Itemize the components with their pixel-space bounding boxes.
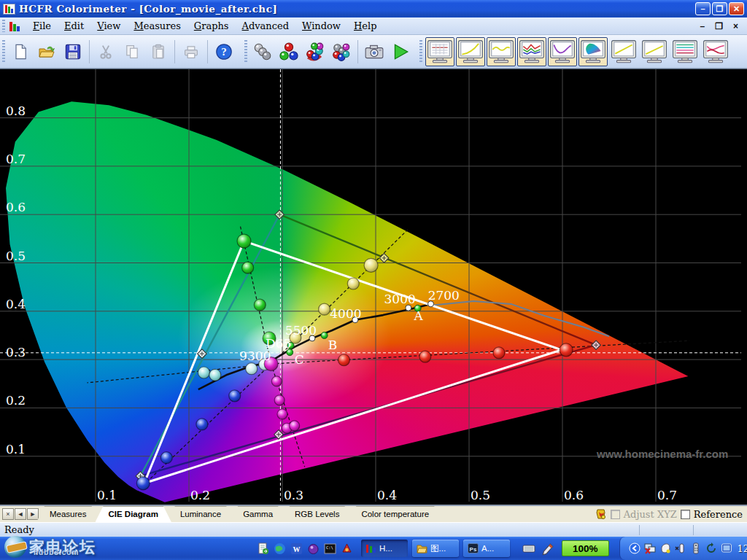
- toolbar-grip-2[interactable]: [244, 40, 247, 63]
- tab-color-temperature[interactable]: Color temperature: [348, 506, 442, 522]
- tray-mute-icon[interactable]: [675, 542, 686, 554]
- copy-button[interactable]: [120, 38, 144, 66]
- taskbar-button-ps[interactable]: PsA...: [463, 540, 510, 557]
- new-file-icon: [12, 43, 29, 61]
- monitor-line-yellow2-icon: [641, 40, 667, 63]
- monitor-rgb-button[interactable]: [517, 37, 546, 66]
- cie-diagram-chart: 0.10.20.30.40.50.60.70.10.20.30.40.50.60…: [0, 69, 747, 505]
- toolbar-separator: [357, 40, 358, 63]
- quicklaunch-globe-icon[interactable]: [274, 542, 286, 555]
- svg-text:3000: 3000: [384, 292, 416, 306]
- sensor-gray-button[interactable]: [250, 38, 275, 66]
- restore-button[interactable]: ❐: [712, 2, 727, 15]
- menu-advanced[interactable]: Advanced: [236, 19, 295, 33]
- monitor-wave-yellow-button[interactable]: [487, 37, 516, 66]
- svg-text:Ps: Ps: [470, 546, 477, 553]
- tray-remote-icon[interactable]: [690, 542, 702, 554]
- language-bar-keyboard-icon[interactable]: [522, 543, 535, 554]
- menu-measures[interactable]: Measures: [127, 19, 187, 33]
- tab-close-button[interactable]: ×: [2, 508, 14, 520]
- monitor-table-icon: [427, 40, 453, 63]
- camera-icon: [363, 42, 385, 62]
- tab-gamma[interactable]: Gamma: [230, 506, 286, 522]
- tray-mouse-icon[interactable]: [659, 542, 671, 554]
- save-button[interactable]: [61, 38, 85, 66]
- toolbar-separator: [174, 40, 175, 63]
- title-bar[interactable]: HCFR Colorimeter - [Color_movie_after.ch…: [0, 0, 747, 18]
- quicklaunch-doc-icon[interactable]: [257, 542, 269, 555]
- taskbar: WC:\ H...图...PsA... 100% 12:39: [0, 537, 747, 560]
- menu-edit[interactable]: Edit: [58, 19, 90, 33]
- menu-view[interactable]: View: [90, 19, 127, 33]
- tab-scroll-right-button[interactable]: ►: [27, 508, 39, 520]
- tray-display-icon[interactable]: [721, 542, 732, 554]
- quicklaunch-word-icon[interactable]: W: [290, 542, 303, 555]
- monitor-pink-button[interactable]: [701, 37, 730, 66]
- hcfr-colorimeter-window: HCFR Colorimeter - [Color_movie_after.ch…: [0, 0, 747, 560]
- taskbar-clock[interactable]: 12:39: [736, 543, 747, 554]
- cut-icon: [97, 43, 115, 61]
- minimize-button[interactable]: –: [695, 2, 711, 15]
- new-file-button[interactable]: [8, 38, 33, 66]
- open-folder-icon: [38, 43, 55, 61]
- help-button[interactable]: ?: [212, 38, 236, 66]
- sensor-color-button[interactable]: [303, 38, 328, 66]
- tray-net-x-icon[interactable]: [644, 542, 656, 554]
- taskbar-button-hcfr[interactable]: H...: [361, 540, 408, 557]
- mdi-restore-button[interactable]: ❐: [715, 21, 723, 31]
- monitor-curve-yellow-button[interactable]: [456, 37, 485, 66]
- play-button[interactable]: [388, 38, 413, 66]
- monitor-line-yellow-button[interactable]: [609, 37, 638, 66]
- language-bar-pen-icon[interactable]: [541, 543, 554, 554]
- svg-text:0.4: 0.4: [6, 297, 26, 311]
- quicklaunch-media-red-icon[interactable]: [341, 542, 353, 555]
- mdi-minimize-button[interactable]: –: [700, 21, 705, 31]
- tab-rgb-levels[interactable]: RGB Levels: [282, 506, 352, 522]
- tab-cie-diagram[interactable]: CIE Diagram: [96, 506, 171, 522]
- toolbar-grip-3[interactable]: [419, 40, 422, 63]
- monitor-curve-purple-button[interactable]: [548, 37, 577, 66]
- svg-text:B: B: [328, 338, 338, 352]
- menu-graphs[interactable]: Graphs: [187, 19, 236, 33]
- reference-checkbox[interactable]: [681, 510, 690, 519]
- sensor-multi-button[interactable]: [329, 38, 354, 66]
- cut-button[interactable]: [93, 38, 118, 66]
- sensor-gray-icon: [252, 42, 274, 62]
- tab-luminance[interactable]: Luminance: [167, 506, 234, 522]
- quicklaunch-cmd-icon[interactable]: C:\: [324, 542, 336, 555]
- quicklaunch-purple-icon[interactable]: [307, 542, 320, 555]
- tab-measures[interactable]: Measures: [36, 506, 100, 522]
- monitor-cie-icon: [580, 40, 606, 63]
- tray-swirl-icon[interactable]: [705, 542, 717, 554]
- menu-window[interactable]: Window: [295, 19, 347, 33]
- monitor-line-yellow-icon: [611, 40, 637, 63]
- monitor-cie-button[interactable]: [578, 37, 608, 66]
- adjust-xyz-label: Adjust XYZ: [624, 509, 677, 520]
- camera-button[interactable]: [362, 38, 387, 66]
- print-icon: [182, 43, 200, 61]
- menu-help[interactable]: Help: [347, 19, 384, 33]
- sensor-rgb-button[interactable]: [276, 38, 301, 66]
- folder-icon: [417, 543, 427, 553]
- monitor-line-yellow2-button[interactable]: [640, 37, 669, 66]
- paste-button[interactable]: [146, 38, 171, 66]
- toolbar-grip-1[interactable]: [2, 40, 5, 63]
- svg-text:C:\: C:\: [326, 545, 333, 550]
- tab-scroll-left-button[interactable]: ◄: [15, 508, 26, 520]
- tab-strip: ×◄► MeasuresCIE DiagramLuminanceGammaRGB…: [0, 505, 747, 522]
- monitor-multiline-button[interactable]: [670, 37, 700, 66]
- taskbar-button-folder[interactable]: 图...: [412, 540, 459, 557]
- menu-grip[interactable]: [2, 20, 5, 31]
- monitor-table-button[interactable]: [425, 37, 454, 66]
- monitor-multiline-icon: [672, 40, 698, 63]
- tray-collapse-icon[interactable]: [629, 542, 640, 554]
- adjust-xyz-checkbox[interactable]: [611, 510, 620, 519]
- print-button[interactable]: [179, 38, 204, 66]
- svg-text:C: C: [295, 352, 304, 367]
- calibration-progress-indicator[interactable]: 100%: [562, 540, 609, 556]
- mdi-close-button[interactable]: ×: [733, 21, 738, 31]
- open-folder-button[interactable]: [34, 38, 59, 66]
- close-button[interactable]: ✕: [729, 2, 744, 15]
- menu-file[interactable]: File: [26, 19, 58, 33]
- svg-text:0.2: 0.2: [190, 488, 210, 502]
